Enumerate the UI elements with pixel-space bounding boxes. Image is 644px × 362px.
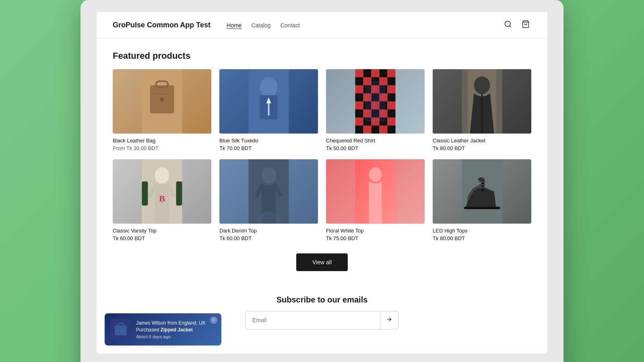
svg-rect-14 — [355, 69, 363, 77]
product-card-1[interactable]: Black Leather Bag From Tk 30.00 BDT — [113, 69, 211, 151]
svg-rect-62 — [176, 181, 182, 206]
product-price-1: From Tk 30.00 BDT — [113, 145, 211, 151]
svg-point-60 — [155, 167, 169, 183]
nav-links: Home Catalog Contact — [227, 22, 502, 29]
product-image-5: B — [113, 159, 211, 224]
product-name-8: LED High Tops — [433, 228, 531, 234]
product-name-6: Dark Denim Top — [219, 228, 318, 234]
featured-section-title: Featured products — [113, 51, 531, 61]
svg-rect-50 — [363, 125, 372, 134]
product-price-7: Tk 75.00 BDT — [326, 235, 425, 241]
product-card-4[interactable]: Classic Leather Jacket Tk 80.00 BDT — [433, 69, 531, 151]
svg-rect-33 — [388, 93, 396, 101]
svg-point-9 — [260, 77, 278, 97]
product-price-3: Tk 50.00 BDT — [326, 145, 425, 151]
notification-product: Zipped Jacket — [161, 327, 193, 333]
svg-rect-52 — [380, 125, 388, 134]
svg-rect-17 — [380, 69, 388, 77]
svg-rect-29 — [355, 93, 363, 101]
subscribe-title: Subscribe to our emails — [113, 295, 531, 304]
notification-close-button[interactable]: × — [210, 317, 217, 324]
svg-point-7 — [160, 97, 164, 101]
navbar: GroPulse Common App Test Home Catalog Co… — [97, 12, 547, 39]
product-image-4 — [433, 69, 531, 134]
svg-point-56 — [474, 76, 490, 94]
svg-point-70 — [369, 167, 382, 182]
svg-rect-16 — [372, 69, 380, 77]
product-name-5: Classic Varsity Top — [113, 228, 211, 234]
svg-rect-38 — [388, 101, 396, 109]
notification-action: Purchased — [136, 327, 161, 333]
svg-rect-19 — [355, 77, 363, 85]
svg-rect-49 — [355, 125, 363, 134]
view-all-container: View all — [113, 253, 531, 271]
svg-text:B: B — [159, 193, 165, 204]
svg-rect-74 — [479, 181, 485, 183]
view-all-button[interactable]: View all — [296, 253, 348, 271]
product-image-2 — [219, 69, 318, 134]
svg-rect-44 — [355, 117, 363, 125]
svg-rect-57 — [462, 69, 468, 134]
product-price-8: Tk 80.00 BDT — [433, 235, 531, 241]
svg-rect-43 — [388, 109, 396, 117]
svg-line-1 — [510, 26, 511, 27]
notification-product-image — [110, 319, 131, 340]
nav-link-contact[interactable]: Contact — [281, 22, 300, 29]
svg-rect-76 — [479, 187, 485, 188]
svg-rect-34 — [355, 101, 363, 109]
cart-button[interactable] — [520, 19, 531, 32]
product-card-7[interactable]: Floral White Top Tk 75.00 BDT — [326, 159, 425, 241]
product-card-8[interactable]: LED High Tops Tk 80.00 BDT — [433, 159, 531, 241]
svg-rect-54 — [365, 81, 386, 121]
product-image-6 — [219, 159, 318, 224]
product-price-4: Tk 80.00 BDT — [433, 145, 531, 151]
product-image-3 — [326, 69, 425, 134]
nav-link-home[interactable]: Home — [227, 22, 242, 29]
product-card-6[interactable]: Dark Denim Top Tk 60.00 BDT — [219, 159, 318, 241]
svg-rect-6 — [152, 95, 172, 96]
search-icon — [504, 20, 512, 28]
subscribe-form — [246, 311, 398, 329]
main-content: Featured products Black Leather B — [97, 39, 547, 354]
brand-name: GroPulse Common App Test — [113, 21, 211, 29]
notification-time: About 6 days ago — [136, 334, 216, 339]
product-price-5: Tk 60.00 BDT — [113, 235, 211, 241]
cart-icon — [522, 20, 530, 28]
svg-rect-23 — [388, 77, 396, 85]
product-name-1: Black Leather Bag — [113, 138, 211, 144]
arrow-right-icon — [386, 316, 392, 323]
product-name-2: Blue Silk Tuxedo — [219, 138, 318, 144]
svg-rect-28 — [388, 85, 396, 93]
svg-rect-53 — [388, 125, 396, 134]
product-name-4: Classic Leather Jacket — [433, 138, 531, 144]
product-card-2[interactable]: Blue Silk Tuxedo Tk 70.00 BDT — [219, 69, 318, 151]
product-card-3[interactable]: Chequered Red Shirt Tk 50.00 BDT — [326, 69, 425, 151]
svg-rect-83 — [116, 330, 126, 331]
email-input[interactable] — [246, 311, 380, 329]
nav-icons — [502, 19, 531, 32]
search-button[interactable] — [502, 19, 514, 32]
nav-link-catalog[interactable]: Catalog — [251, 22, 270, 29]
product-name-3: Chequered Red Shirt — [326, 138, 425, 144]
svg-rect-18 — [388, 69, 396, 77]
svg-rect-24 — [355, 85, 363, 93]
notification-name: James Wilson from England, UK — [136, 320, 206, 326]
product-price-2: Tk 70.00 BDT — [219, 145, 318, 151]
svg-rect-61 — [142, 181, 148, 206]
subscribe-button[interactable] — [380, 311, 398, 329]
svg-rect-12 — [268, 103, 270, 115]
svg-point-0 — [505, 21, 510, 27]
svg-rect-78 — [464, 207, 500, 209]
product-grid: Black Leather Bag From Tk 30.00 BDT Bl — [113, 69, 531, 241]
svg-rect-48 — [388, 117, 396, 125]
product-image-1 — [113, 69, 211, 134]
svg-rect-58 — [496, 69, 502, 134]
product-name-7: Floral White Top — [326, 228, 425, 234]
svg-rect-51 — [372, 125, 380, 134]
svg-rect-15 — [363, 69, 372, 77]
svg-point-77 — [478, 177, 485, 181]
product-card-5[interactable]: B Classic Varsity Top Tk 60.00 BDT — [113, 159, 211, 241]
svg-rect-75 — [479, 184, 485, 185]
product-image-8 — [433, 159, 531, 224]
product-image-7 — [326, 159, 425, 224]
